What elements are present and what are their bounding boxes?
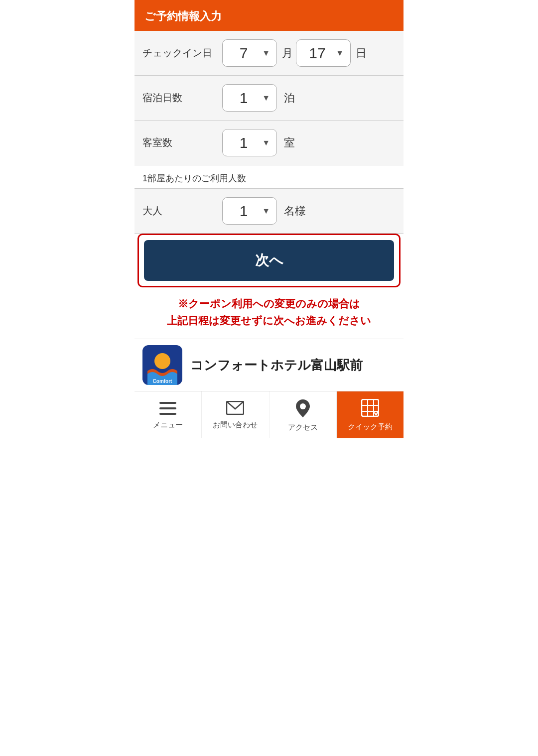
svg-text:Comfort: Comfort bbox=[153, 378, 173, 384]
svg-point-7 bbox=[300, 403, 306, 409]
next-button-wrapper: 次へ bbox=[137, 234, 401, 287]
adults-select-wrapper: 1234 56 ▼ bbox=[222, 197, 277, 225]
month-select[interactable]: 1234 5678 9101112 bbox=[222, 39, 277, 67]
nights-label: 宿泊日数 bbox=[142, 91, 222, 105]
nav-access-label: アクセス bbox=[288, 423, 318, 432]
day-select-wrapper: 12345 678910 1112131415 1617181920 21222… bbox=[296, 39, 351, 67]
location-icon bbox=[296, 398, 310, 421]
menu-icon bbox=[159, 401, 176, 418]
nights-select-wrapper: 1234 567 ▼ bbox=[222, 84, 277, 112]
form-area: チェックイン日 1234 5678 9101112 ▼ 月 12345 6789… bbox=[134, 31, 404, 391]
rooms-label: 客室数 bbox=[142, 136, 222, 149]
nav-menu-label: メニュー bbox=[153, 420, 183, 430]
month-select-wrapper: 1234 5678 9101112 ▼ bbox=[222, 39, 277, 67]
svg-rect-3 bbox=[159, 402, 176, 404]
rooms-select[interactable]: 1234 5 bbox=[222, 129, 277, 156]
checkin-row: チェックイン日 1234 5678 9101112 ▼ 月 12345 6789… bbox=[134, 31, 404, 76]
page-header: ご予約情報入力 bbox=[134, 0, 404, 31]
month-unit: 月 bbox=[282, 46, 293, 61]
rooms-row: 客室数 1234 5 ▼ 室 bbox=[134, 121, 404, 165]
adults-inputs: 1234 56 ▼ 名様 bbox=[222, 197, 396, 225]
nights-inputs: 1234 567 ▼ 泊 bbox=[222, 84, 396, 112]
comfort-logo: Comfort bbox=[142, 345, 182, 385]
svg-point-1 bbox=[154, 353, 170, 369]
bottom-nav: メニュー お問い合わせ アクセス bbox=[134, 391, 404, 438]
day-select[interactable]: 12345 678910 1112131415 1617181920 21222… bbox=[296, 39, 351, 67]
rooms-unit: 室 bbox=[284, 135, 295, 150]
nav-quick-booking-label: クイック予約 bbox=[348, 422, 393, 432]
nights-row: 宿泊日数 1234 567 ▼ 泊 bbox=[134, 76, 404, 121]
next-button[interactable]: 次へ bbox=[144, 240, 394, 281]
nav-menu[interactable]: メニュー bbox=[134, 391, 202, 438]
rooms-select-wrapper: 1234 5 ▼ bbox=[222, 129, 277, 156]
nights-select[interactable]: 1234 567 bbox=[222, 84, 277, 112]
quick-booking-icon bbox=[361, 399, 379, 420]
checkin-inputs: 1234 5678 9101112 ▼ 月 12345 678910 11121… bbox=[222, 39, 396, 67]
nav-contact-label: お問い合わせ bbox=[213, 420, 258, 430]
day-unit: 日 bbox=[356, 46, 367, 61]
nights-unit: 泊 bbox=[284, 91, 295, 106]
adults-label: 大人 bbox=[142, 204, 222, 218]
nav-quick-booking[interactable]: クイック予約 bbox=[337, 391, 404, 438]
adults-select[interactable]: 1234 56 bbox=[222, 197, 277, 225]
adults-row: 大人 1234 56 ▼ 名様 bbox=[134, 189, 404, 234]
hotel-name: コンフォートホテル富山駅前 bbox=[190, 357, 363, 374]
adults-unit: 名様 bbox=[284, 204, 306, 219]
nav-access[interactable]: アクセス bbox=[269, 391, 337, 438]
notice-text: ※クーポン利用への変更のみの場合は上記日程は変更せずに次へお進みください bbox=[134, 287, 404, 339]
checkin-label: チェックイン日 bbox=[142, 46, 222, 60]
svg-rect-4 bbox=[159, 407, 176, 409]
rooms-inputs: 1234 5 ▼ 室 bbox=[222, 129, 396, 156]
hotel-branding: Comfort コンフォートホテル富山駅前 bbox=[134, 339, 404, 391]
page-title: ご予約情報入力 bbox=[144, 10, 222, 22]
per-room-section-label: 1部屋あたりのご利用人数 bbox=[134, 165, 404, 189]
nav-contact[interactable]: お問い合わせ bbox=[202, 391, 269, 438]
svg-rect-5 bbox=[159, 413, 176, 415]
mail-icon bbox=[226, 401, 244, 418]
